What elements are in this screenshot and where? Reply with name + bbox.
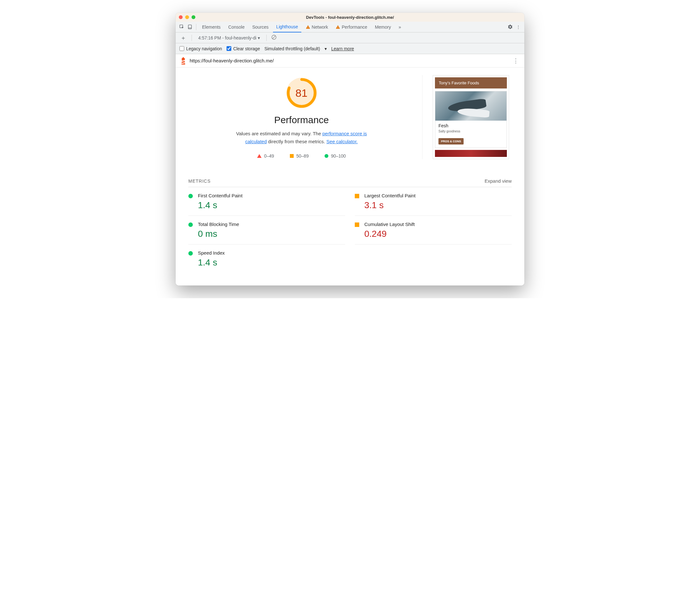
tab-label: Memory — [375, 24, 391, 30]
tab-label: Elements — [202, 24, 220, 30]
window-title: DevTools - foul-heavenly-direction.glitc… — [176, 15, 524, 20]
preview-item-title: Fesh — [438, 123, 503, 128]
square-orange-icon — [355, 223, 359, 227]
preview-food-card: Fesh Salty goodness PROS & CONS — [435, 91, 507, 148]
metric-lcp[interactable]: Largest Contentful Paint 3.1 s — [355, 187, 512, 216]
score-description: Values are estimated and may vary. The p… — [232, 130, 372, 146]
square-orange-icon — [355, 194, 359, 198]
metric-value: 1.4 s — [198, 257, 225, 268]
traffic-lights — [179, 15, 195, 19]
checkbox-label: Legacy navigation — [186, 46, 222, 51]
tab-memory[interactable]: Memory — [372, 22, 394, 32]
kebab-icon[interactable]: ⋮ — [515, 24, 522, 30]
metric-cls[interactable]: Cumulative Layout Shift 0.249 — [355, 216, 512, 244]
checkbox-label: Clear storage — [233, 46, 260, 51]
circle-green-icon — [188, 251, 193, 256]
metrics-header: METRICS Expand view — [188, 178, 512, 187]
maximize-icon[interactable] — [192, 15, 195, 19]
lighthouse-options-bar: Legacy navigation Clear storage Simulate… — [176, 43, 524, 54]
legend-average: 50–89 — [290, 154, 309, 159]
metric-label: Speed Index — [198, 250, 225, 256]
svg-line-4 — [272, 36, 275, 39]
device-toggle-icon[interactable] — [187, 24, 193, 30]
tab-network[interactable]: Network — [303, 22, 331, 32]
metric-label: Total Blocking Time — [198, 222, 239, 227]
metric-empty — [355, 244, 512, 273]
chevron-right-double-icon: » — [399, 24, 401, 30]
preview-header: Tony's Favorite Foods — [435, 77, 507, 89]
circle-green-icon — [324, 154, 328, 158]
metric-label: Cumulative Layout Shift — [364, 222, 415, 227]
warning-icon — [336, 25, 340, 29]
tabs-overflow[interactable]: » — [395, 22, 404, 32]
divider — [266, 35, 267, 41]
category-title: Performance — [274, 115, 329, 125]
tab-sources[interactable]: Sources — [249, 22, 272, 32]
tab-label: Sources — [252, 24, 269, 30]
svg-rect-1 — [188, 25, 191, 29]
clear-storage-checkbox[interactable]: Clear storage — [226, 46, 260, 51]
minimize-icon[interactable] — [185, 15, 189, 19]
score-value: 81 — [286, 78, 317, 108]
metric-fcp[interactable]: First Contentful Paint 1.4 s — [188, 187, 345, 216]
chevron-down-icon: ▾ — [258, 35, 260, 41]
preview-item-sub: Salty goodness — [438, 130, 503, 133]
new-report-button[interactable]: ＋ — [179, 34, 187, 42]
warning-icon — [306, 25, 310, 29]
metric-si[interactable]: Speed Index 1.4 s — [188, 244, 345, 273]
preview-strip — [435, 150, 507, 157]
report-url: https://foul-heavenly-direction.glitch.m… — [190, 58, 508, 63]
tab-console[interactable]: Console — [225, 22, 247, 32]
metric-value: 3.1 s — [364, 200, 415, 210]
desc-text: directly from these metrics. — [267, 139, 327, 144]
checkbox-input[interactable] — [179, 46, 184, 51]
divider — [196, 24, 196, 30]
tab-lighthouse[interactable]: Lighthouse — [273, 22, 301, 32]
devtools-window: DevTools - foul-heavenly-direction.glitc… — [176, 13, 524, 285]
lighthouse-icon — [180, 57, 187, 65]
close-icon[interactable] — [179, 15, 183, 19]
score-gauge[interactable]: 81 — [286, 78, 317, 108]
titlebar: DevTools - foul-heavenly-direction.glitc… — [176, 13, 524, 22]
legacy-navigation-checkbox[interactable]: Legacy navigation — [179, 46, 222, 51]
report-selector[interactable]: 4:57:16 PM - foul-heavenly-di ▾ — [196, 34, 262, 42]
triangle-red-icon — [257, 154, 262, 158]
screenshot-preview: Tony's Favorite Foods Fesh Salty goodnes… — [423, 75, 512, 159]
legend-label: 90–100 — [331, 154, 346, 159]
metric-label: Largest Contentful Paint — [364, 193, 415, 198]
divider — [192, 35, 192, 41]
clear-icon[interactable] — [271, 34, 277, 41]
legend-pass: 90–100 — [324, 154, 346, 159]
report-summary: 81 Performance Values are estimated and … — [188, 75, 512, 159]
metrics-grid: First Contentful Paint 1.4 s Largest Con… — [188, 187, 512, 273]
metric-value: 0.249 — [364, 229, 415, 239]
calculator-link[interactable]: See calculator. — [327, 139, 358, 144]
report-menu-icon[interactable]: ⋮ — [512, 57, 520, 64]
square-orange-icon — [290, 154, 294, 158]
preview-card: Tony's Favorite Foods Fesh Salty goodnes… — [433, 75, 509, 159]
gear-icon[interactable] — [507, 24, 513, 30]
lighthouse-sub-toolbar: ＋ 4:57:16 PM - foul-heavenly-di ▾ — [176, 32, 524, 43]
tab-label: Console — [228, 24, 244, 30]
legend-label: 50–89 — [296, 154, 309, 159]
tab-elements[interactable]: Elements — [199, 22, 224, 32]
tab-label: Network — [312, 24, 328, 30]
circle-green-icon — [188, 194, 193, 198]
report-selector-label: 4:57:16 PM - foul-heavenly-di — [198, 35, 257, 41]
tab-label: Lighthouse — [276, 24, 298, 29]
tab-performance[interactable]: Performance — [333, 22, 370, 32]
metric-tbt[interactable]: Total Blocking Time 0 ms — [188, 216, 345, 244]
metric-value: 1.4 s — [198, 200, 242, 210]
metrics-title: METRICS — [188, 179, 211, 184]
preview-pros-cons-button: PROS & CONS — [438, 138, 464, 144]
legend-fail: 0–49 — [257, 154, 274, 159]
checkbox-input[interactable] — [226, 46, 231, 51]
metrics-section: METRICS Expand view First Contentful Pai… — [188, 178, 512, 273]
score-column: 81 Performance Values are estimated and … — [188, 75, 423, 159]
throttling-label: Simulated throttling (default) — [264, 46, 320, 51]
learn-more-link[interactable]: Learn more — [331, 46, 354, 51]
chevron-down-icon[interactable]: ▾ — [324, 46, 327, 51]
expand-view-toggle[interactable]: Expand view — [485, 178, 512, 184]
inspect-icon[interactable] — [178, 24, 185, 30]
preview-image — [435, 91, 507, 121]
